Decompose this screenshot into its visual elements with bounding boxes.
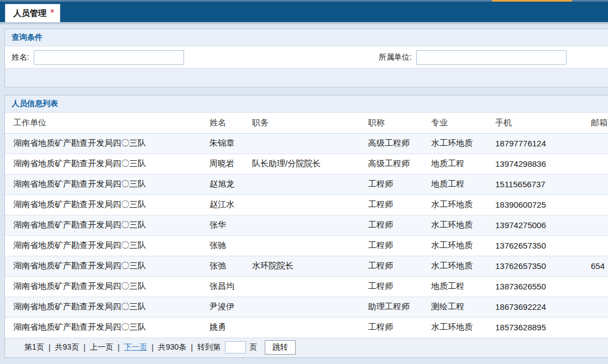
personnel-table: 工作单位姓名职务职称专业手机邮箱 湖南省地质矿产勘查开发局四〇三队朱锦章高级工程…	[5, 113, 608, 338]
table-cell: 助理工程师	[368, 297, 431, 317]
table-cell: 湖南省地质矿产勘查开发局四〇三队	[5, 317, 209, 337]
table-cell: 张弛	[209, 256, 252, 276]
separator: |	[118, 343, 120, 352]
tab-close-icon[interactable]: ×	[50, 7, 54, 15]
current-page-label: 第1页	[24, 342, 44, 352]
table-row[interactable]: 湖南省地质矿产勘查开发局四〇三队尹浚伊助理工程师测绘工程18673692224	[5, 297, 608, 317]
separator: |	[49, 343, 51, 352]
column-header: 手机	[495, 113, 591, 133]
table-cell: 湖南省地质矿产勘查开发局四〇三队	[5, 297, 209, 317]
table-cell: 张华	[209, 215, 252, 235]
table-cell: 地质工程	[431, 154, 495, 174]
table-cell: 水工环地质	[431, 215, 495, 235]
table-row[interactable]: 湖南省地质矿产勘查开发局四〇三队姚勇工程师水工环地质18573628895	[5, 317, 608, 337]
table-cell: 赵旭龙	[209, 174, 252, 194]
table-cell	[252, 174, 368, 194]
table-row[interactable]: 湖南省地质矿产勘查开发局四〇三队朱锦章高级工程师水工环地质18797776124	[5, 133, 608, 154]
column-header: 姓名	[209, 113, 252, 133]
top-edge-strip	[0, 0, 608, 2]
table-row[interactable]: 湖南省地质矿产勘查开发局四〇三队张弛水环院院长工程师水工环地质137626573…	[5, 256, 608, 276]
table-cell: 湖南省地质矿产勘查开发局四〇三队	[5, 174, 209, 194]
table-cell	[252, 276, 368, 297]
table-cell	[591, 235, 608, 256]
table-cell: 工程师	[368, 194, 431, 215]
table-cell: 工程师	[368, 174, 431, 194]
table-cell: 高级工程师	[368, 133, 431, 154]
total-items-label: 共930条	[158, 342, 186, 352]
table-cell: 地质工程	[431, 276, 495, 297]
table-cell	[591, 297, 608, 317]
column-header: 邮箱	[591, 113, 608, 133]
table-cell: 张驰	[209, 235, 252, 256]
table-row[interactable]: 湖南省地质矿产勘查开发局四〇三队张驰工程师水工环地质13762657350	[5, 235, 608, 256]
table-cell: 水环院院长	[252, 256, 368, 276]
table-cell: 地质工程	[431, 174, 495, 194]
panel-spacer	[4, 87, 608, 95]
column-header: 职称	[368, 113, 431, 133]
table-cell: 水工环地质	[431, 256, 495, 276]
query-fields-row: 姓名: 所属单位:	[5, 46, 608, 68]
column-header: 专业	[431, 113, 495, 133]
table-cell: 工程师	[368, 215, 431, 235]
tab-personnel-management[interactable]: 人员管理 ×	[5, 4, 60, 22]
table-cell	[591, 276, 608, 297]
table-cell: 湖南省地质矿产勘查开发局四〇三队	[5, 154, 209, 174]
table-cell: 13974298836	[495, 154, 591, 174]
table-cell: 18797776124	[495, 133, 591, 154]
table-cell: 尹浚伊	[209, 297, 252, 317]
table-cell: 18673692224	[495, 297, 591, 317]
name-input[interactable]	[34, 50, 184, 65]
jump-button[interactable]: 跳转	[265, 340, 296, 355]
list-panel: 人员信息列表 工作单位姓名职务职称专业手机邮箱 湖南省地质矿产勘查开发局四〇三队…	[4, 95, 608, 358]
separator: |	[151, 343, 154, 352]
goto-page-input[interactable]	[225, 341, 246, 354]
table-cell: 13762657350	[495, 235, 591, 256]
pagination-bar: 第1页 | 共93页 | 上一页 | 下一页 | 共930条 | 转到第 页 跳…	[5, 338, 608, 357]
list-panel-header: 人员信息列表	[5, 96, 608, 113]
table-cell: 13762657350	[495, 256, 591, 276]
table-cell: 工程师	[368, 317, 431, 337]
table-cell: 工程师	[368, 276, 431, 297]
prev-page-button[interactable]: 上一页	[90, 342, 113, 352]
table-cell: 湖南省地质矿产勘查开发局四〇三队	[5, 215, 209, 235]
table-cell: 13974275006	[495, 215, 591, 235]
table-row[interactable]: 湖南省地质矿产勘查开发局四〇三队周晓岩队长助理/分院院长高级工程师地质工程139…	[5, 154, 608, 174]
table-row[interactable]: 湖南省地质矿产勘查开发局四〇三队赵旭龙工程师地质工程15115656737	[5, 174, 608, 194]
table-cell	[252, 317, 368, 337]
table-cell	[591, 215, 608, 235]
table-cell: 队长助理/分院院长	[252, 154, 368, 174]
query-panel-title: 查询条件	[12, 33, 43, 43]
table-cell: 18573628895	[495, 317, 591, 337]
table-cell	[252, 194, 368, 215]
unit-input[interactable]	[416, 50, 567, 65]
table-cell: 湖南省地质矿产勘查开发局四〇三队	[5, 256, 209, 276]
query-panel-footer	[5, 68, 608, 87]
query-panel-header: 查询条件	[5, 29, 608, 46]
table-row[interactable]: 湖南省地质矿产勘查开发局四〇三队张华工程师水工环地质13974275006	[5, 215, 608, 235]
table-cell: 朱锦章	[209, 133, 252, 154]
separator: |	[83, 343, 86, 352]
table-cell: 水工环地质	[431, 317, 495, 337]
name-field-label: 姓名:	[12, 52, 29, 62]
next-page-link[interactable]: 下一页	[124, 342, 147, 352]
table-cell: 水工环地质	[431, 235, 495, 256]
table-cell: 高级工程师	[368, 154, 431, 174]
table-cell: 湖南省地质矿产勘查开发局四〇三队	[5, 194, 209, 215]
separator: |	[191, 343, 193, 352]
table-cell: 15115656737	[495, 174, 591, 194]
total-pages-label: 共93页	[55, 342, 79, 352]
table-cell: 工程师	[368, 235, 431, 256]
table-cell: 湖南省地质矿产勘查开发局四〇三队	[5, 235, 209, 256]
table-cell	[591, 194, 608, 215]
column-header: 工作单位	[5, 113, 209, 133]
table-cell: 赵江水	[209, 194, 252, 215]
table-cell: 姚勇	[209, 317, 252, 337]
table-row[interactable]: 湖南省地质矿产勘查开发局四〇三队张昌均工程师地质工程13873626550	[5, 276, 608, 297]
table-cell: 湖南省地质矿产勘查开发局四〇三队	[5, 276, 209, 297]
list-panel-title: 人员信息列表	[12, 99, 58, 109]
table-row[interactable]: 湖南省地质矿产勘查开发局四〇三队赵江水工程师水工环地质18390600725	[5, 194, 608, 215]
table-cell: 水工环地质	[431, 194, 495, 215]
query-panel: 查询条件 姓名: 所属单位:	[4, 29, 608, 87]
tab-title: 人员管理	[13, 8, 46, 19]
table-cell	[591, 133, 608, 154]
